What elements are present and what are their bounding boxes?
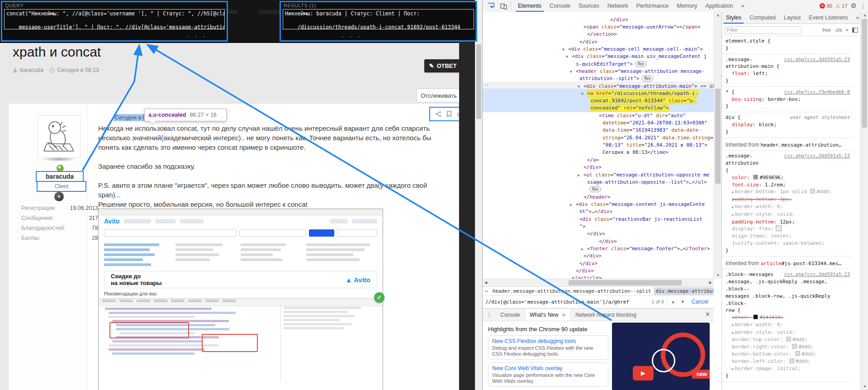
post-username[interactable]: baracuda bbox=[46, 173, 74, 180]
scroll-down-arrow[interactable]: ▼ bbox=[714, 273, 722, 277]
dom-tree-row[interactable]: attribution--split">flex bbox=[579, 76, 653, 82]
styles-tab-computed[interactable]: Computed bbox=[745, 12, 780, 24]
find-next-button[interactable]: ▼ bbox=[679, 300, 686, 304]
css-property[interactable]: justify-content: space-between; bbox=[726, 240, 850, 247]
css-property[interactable]: padding-bottom: 12px; bbox=[726, 219, 850, 226]
dom-tree-row[interactable]: <span class="message-userArrow"></span> bbox=[583, 24, 700, 30]
new-rule-plus-button[interactable]: + bbox=[846, 27, 849, 33]
css-property[interactable]: border-right-color: #ddd; bbox=[726, 343, 850, 351]
scroll-right-arrow[interactable]: ▶ bbox=[709, 281, 712, 285]
expand-longhand-icon[interactable]: ▶ bbox=[732, 213, 734, 217]
styles-tab-[interactable]: » bbox=[852, 12, 861, 24]
breadcrumb-item[interactable]: div.message-attribution-main bbox=[654, 287, 714, 295]
expand-arrow-closed-icon[interactable]: ▶ bbox=[578, 172, 580, 179]
scroll-check-fab[interactable]: ✓ bbox=[374, 292, 384, 303]
dom-tree-row[interactable]: ▼<div class="message-main uix_messageCon… bbox=[572, 53, 707, 60]
css-property[interactable]: border-top-color: #ddd; bbox=[726, 336, 850, 343]
tab-console[interactable]: Console bbox=[545, 0, 574, 12]
css-rule[interactable]: css.php?css…f3e4bedb6:8* {box-sizing: bo… bbox=[722, 87, 853, 112]
expand-arrow-closed-icon[interactable]: ▶ bbox=[581, 246, 583, 252]
card-title-link[interactable]: New CSS Flexbox debugging tools bbox=[492, 338, 604, 344]
expand-arrow-open-icon[interactable]: ▼ bbox=[562, 47, 564, 53]
dom-tree-row[interactable]: Сегодня в 08:13</time> bbox=[602, 149, 669, 156]
dom-tree-row[interactable]: </section> bbox=[587, 31, 617, 38]
hov-toggle[interactable]: :hov bbox=[821, 27, 831, 33]
styles-scroll-up-arrow[interactable]: ▲ bbox=[861, 13, 868, 17]
styles-scrollbar[interactable]: ▲ ▼ bbox=[860, 12, 868, 390]
expand-longhand-icon[interactable]: ▶ bbox=[732, 190, 734, 194]
stylesheet-link[interactable]: css.php?css…f3e4bedb6:8 bbox=[784, 89, 850, 96]
scroll-left-arrow[interactable]: ◀ bbox=[484, 281, 487, 285]
watch-button[interactable]: Отслеживать bbox=[417, 89, 461, 102]
card-title-link[interactable]: New Core Web Vitals overlay bbox=[492, 365, 604, 371]
dom-tree-row[interactable]: </div> bbox=[583, 164, 602, 171]
dom-tree-row[interactable]: </article> bbox=[572, 275, 602, 279]
page-scrollbar-thumb[interactable] bbox=[476, 44, 481, 119]
query-input[interactable]: concat("Никнеймы: ", //a[@class='usernam… bbox=[4, 9, 225, 29]
dom-tree-row[interactable]: </div> bbox=[610, 17, 628, 23]
expand-longhand-icon[interactable]: ▶ bbox=[732, 205, 734, 209]
dom-tree-row[interactable]: "> bbox=[579, 224, 585, 230]
stylesheet-link[interactable]: css.php?css…3dd591a5:23 bbox=[784, 152, 850, 160]
css-property[interactable]: box-sizing: border-box; bbox=[726, 96, 850, 103]
dom-tree-row[interactable]: data-time="1619413983" data-date- bbox=[602, 127, 702, 133]
dom-tree-row[interactable]: ssage-attribution-opposite--list">…</ul> bbox=[587, 179, 707, 185]
drawer-kebab-icon[interactable]: ⋮ bbox=[483, 311, 496, 318]
dom-tree-row[interactable]: </div> bbox=[599, 238, 617, 245]
dom-tree-row[interactable]: concealed" rel="nofollow"> bbox=[591, 105, 669, 111]
find-cancel-button[interactable]: Cancel bbox=[689, 299, 711, 305]
whats-new-card[interactable]: New Core Web Vitals overlayVisualize pag… bbox=[488, 362, 608, 387]
dom-tree-row[interactable]: ▶<div class="message-content js-messageC… bbox=[576, 201, 705, 208]
bookmark-icon[interactable] bbox=[446, 111, 452, 117]
tab-memory[interactable]: Memory bbox=[673, 0, 701, 12]
breadcrumb-item[interactable]: ⋯ bbox=[483, 287, 490, 295]
color-swatch[interactable] bbox=[786, 337, 791, 342]
stylesheet-link[interactable]: css.php?css…3dd591a5:23 bbox=[784, 56, 850, 63]
tab-[interactable]: » bbox=[737, 0, 749, 12]
thread-author[interactable]: baracuda bbox=[20, 67, 43, 73]
dom-tree-row[interactable]: </header> bbox=[583, 194, 611, 200]
dom-tree-row[interactable]: nt">…</div> bbox=[579, 209, 612, 215]
expand-arrow-open-icon[interactable]: ▼ bbox=[566, 54, 568, 60]
css-rule[interactable]: user agent stylesheetdiv {display: block… bbox=[722, 112, 853, 138]
dom-tree-row[interactable]: <time class="u-dt" dir="auto" bbox=[599, 113, 686, 119]
css-rule[interactable]: element.style {} bbox=[722, 36, 853, 54]
flex-badge[interactable]: flex bbox=[641, 76, 653, 81]
find-previous-button[interactable]: ▲ bbox=[670, 300, 677, 304]
tab-sources[interactable]: Sources bbox=[574, 0, 603, 12]
color-swatch[interactable] bbox=[792, 344, 797, 349]
flex-editor-icon[interactable] bbox=[776, 225, 782, 231]
drawer-tab-networkrequestblocking[interactable]: Network request blocking bbox=[571, 309, 641, 321]
expand-arrow-open-icon[interactable]: ▼ bbox=[570, 69, 572, 75]
dom-tree-row[interactable]: flex bbox=[587, 186, 601, 193]
drawer-tab-whatsnew[interactable]: What's New✕ bbox=[525, 309, 571, 321]
warning-badge[interactable]: ⚠17 bbox=[835, 3, 848, 9]
page-scrollbar[interactable] bbox=[475, 0, 483, 390]
tree-scrollbar-thumb[interactable] bbox=[715, 89, 721, 184]
dom-tree-row[interactable]: ▶<ul class="message-attribution-opposite… bbox=[583, 172, 709, 178]
dom-tree-row[interactable]: ▼<a href="/discussion/threads/xpath-i- bbox=[587, 90, 698, 97]
share-icon[interactable] bbox=[435, 111, 441, 117]
css-rule[interactable]: css.php?css…3dd591a5:23.message-attribut… bbox=[722, 54, 853, 87]
error-badge[interactable]: ✕30 bbox=[820, 3, 832, 9]
dom-tree-row[interactable]: </div> bbox=[583, 253, 602, 259]
styles-tab-eventlisteners[interactable]: Event Listeners bbox=[805, 12, 852, 24]
dom-tree-row[interactable]: </div> bbox=[587, 231, 605, 237]
dom-tree-row[interactable]: string="26.04.2021" data-time-string= bbox=[602, 135, 713, 141]
dom-tree-row[interactable]: ▼<header class="message-attribution mess… bbox=[576, 68, 705, 75]
sidebar-panel-icon[interactable] bbox=[852, 28, 858, 33]
css-rule[interactable]: css.php?css…3dd591a5:23.message-attribut… bbox=[722, 151, 853, 256]
css-property[interactable]: padding-bottom: 3px; bbox=[726, 196, 850, 203]
css-property[interactable]: display: block; bbox=[726, 121, 850, 128]
dom-tree-row[interactable]: </div> bbox=[579, 39, 598, 45]
css-property[interactable]: ▶border-width: 0; bbox=[726, 203, 850, 211]
dom-tree-row[interactable]: <div class="reactionsBar js-reactionsLis… bbox=[579, 216, 702, 223]
inherited-element-ref[interactable]: header.message-attribution… bbox=[760, 142, 841, 148]
css-property[interactable]: color: #969696; bbox=[726, 174, 850, 181]
avatar[interactable] bbox=[37, 115, 81, 158]
color-swatch[interactable] bbox=[789, 358, 794, 363]
kebab-menu-icon[interactable]: ⋮ bbox=[860, 2, 866, 10]
thread-time[interactable]: Сегодня в 08:13 bbox=[57, 67, 99, 73]
tab-performance[interactable]: Performance bbox=[632, 0, 673, 12]
flex-badge[interactable]: flex bbox=[635, 61, 647, 67]
